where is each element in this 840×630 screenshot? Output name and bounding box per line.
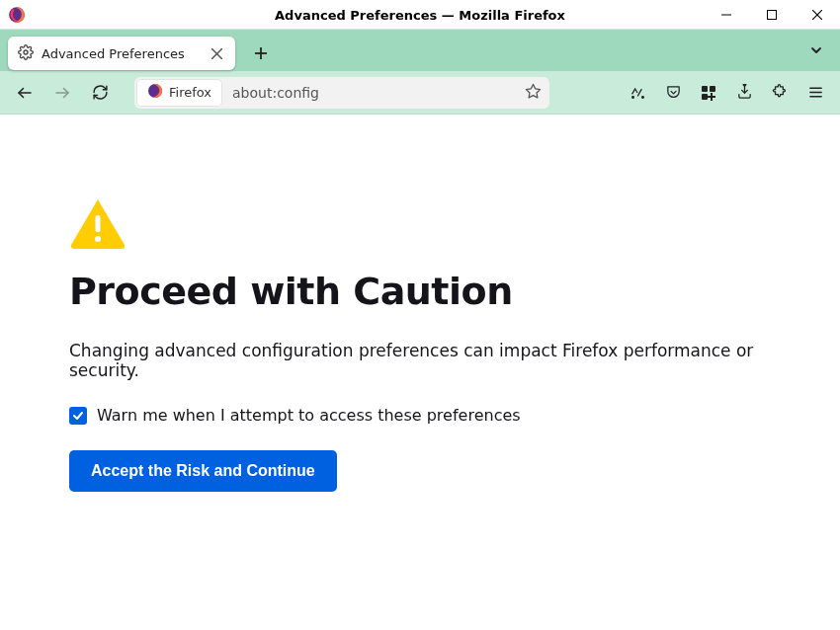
warn-checkbox-label[interactable]: Warn me when I attempt to access these p… bbox=[97, 406, 521, 425]
downloads-button[interactable] bbox=[727, 76, 761, 110]
toolbar-right bbox=[621, 76, 832, 110]
svg-point-15 bbox=[641, 97, 643, 99]
svg-point-5 bbox=[24, 50, 28, 54]
page-description: Changing advanced configuration preferen… bbox=[69, 341, 771, 380]
minimize-button[interactable] bbox=[704, 0, 749, 29]
tab-title: Advanced Preferences bbox=[42, 46, 200, 61]
identity-label: Firefox bbox=[169, 85, 211, 100]
firefox-logo-icon bbox=[8, 6, 26, 24]
tab-close-button[interactable] bbox=[208, 44, 225, 62]
list-all-tabs-button[interactable] bbox=[804, 39, 828, 62]
tab-active[interactable]: Advanced Preferences bbox=[8, 37, 235, 70]
accept-risk-button[interactable]: Accept the Risk and Continue bbox=[69, 450, 337, 492]
svg-marker-13 bbox=[526, 84, 540, 97]
svg-rect-23 bbox=[96, 215, 101, 232]
url-text: about:config bbox=[224, 85, 319, 101]
os-titlebar: Advanced Preferences — Mozilla Firefox bbox=[0, 0, 840, 30]
close-button[interactable] bbox=[795, 0, 840, 29]
gear-icon bbox=[18, 44, 34, 63]
svg-rect-16 bbox=[702, 86, 708, 92]
warn-checkbox[interactable] bbox=[69, 407, 87, 425]
svg-point-14 bbox=[631, 97, 633, 99]
svg-marker-19 bbox=[743, 85, 746, 86]
window-controls bbox=[704, 0, 840, 29]
window-title: Advanced Preferences — Mozilla Firefox bbox=[275, 7, 565, 22]
svg-rect-18 bbox=[702, 94, 708, 100]
urlbar-container: Firefox about:config bbox=[134, 77, 549, 109]
app-menu-button[interactable] bbox=[798, 76, 832, 110]
tab-strip: Advanced Preferences bbox=[0, 30, 840, 71]
svg-rect-2 bbox=[768, 10, 777, 19]
warn-checkbox-row: Warn me when I attempt to access these p… bbox=[69, 406, 771, 425]
extensions-button[interactable] bbox=[763, 76, 797, 110]
pocket-button[interactable] bbox=[656, 76, 690, 110]
identity-box[interactable]: Firefox bbox=[137, 80, 221, 106]
page-heading: Proceed with Caution bbox=[69, 270, 771, 313]
new-tab-button[interactable] bbox=[245, 38, 277, 69]
url-bar[interactable]: Firefox about:config bbox=[134, 77, 549, 109]
addons-button[interactable] bbox=[692, 76, 725, 110]
nav-toolbar: Firefox about:config bbox=[0, 71, 840, 115]
screenshot-button[interactable] bbox=[621, 76, 654, 110]
reload-button[interactable] bbox=[83, 76, 117, 110]
bookmark-star-button[interactable] bbox=[525, 83, 542, 103]
forward-button[interactable] bbox=[45, 76, 79, 110]
svg-point-24 bbox=[95, 236, 101, 242]
firefox-brand-icon bbox=[147, 83, 163, 102]
svg-rect-17 bbox=[710, 86, 715, 92]
maximize-button[interactable] bbox=[749, 0, 795, 29]
page-content: Proceed with Caution Changing advanced c… bbox=[0, 115, 840, 492]
warning-icon bbox=[69, 197, 771, 252]
back-button[interactable] bbox=[8, 76, 42, 110]
